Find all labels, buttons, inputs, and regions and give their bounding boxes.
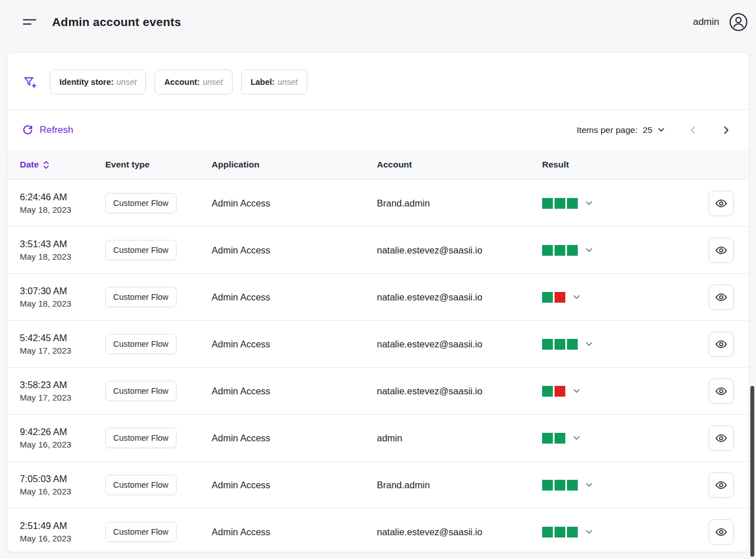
result-squares: [542, 386, 565, 397]
result-square-green: [567, 480, 578, 491]
table-row: 9:42:26 AM May 16, 2023 Customer Flow Ad…: [7, 415, 749, 462]
chevron-down-icon: [584, 198, 594, 208]
account-cell: natalie.estevez@saasii.io: [377, 245, 542, 256]
result-square-green: [542, 245, 553, 256]
refresh-button[interactable]: Refresh: [22, 124, 74, 136]
event-type-cell: Customer Flow: [105, 475, 212, 495]
username-label: admin: [693, 16, 719, 28]
result-square-green: [555, 433, 565, 444]
view-details-button[interactable]: [708, 519, 734, 545]
previous-page-button[interactable]: [685, 122, 701, 138]
filter-chip-account[interactable]: Account: unset: [154, 70, 232, 94]
expand-result-button[interactable]: [570, 291, 583, 303]
expand-result-button[interactable]: [583, 526, 595, 538]
application-cell: Admin Access: [212, 386, 377, 397]
top-bar: Admin account events admin: [0, 0, 756, 44]
expand-result-button[interactable]: [583, 244, 595, 256]
filter-chip-identity-store[interactable]: Identity store: unset: [50, 70, 146, 94]
page-title: Admin account events: [52, 15, 181, 29]
view-details-button[interactable]: [708, 425, 734, 451]
view-details-button[interactable]: [708, 379, 734, 404]
result-squares: [542, 198, 578, 209]
event-type-tag: Customer Flow: [105, 334, 177, 354]
result-square-green: [567, 198, 578, 209]
table-header: Date Event type Application Account Resu…: [7, 150, 749, 180]
column-header-result: Result: [542, 160, 698, 170]
avatar-button[interactable]: [729, 12, 748, 32]
event-date: May 16, 2023: [20, 440, 105, 449]
event-type-tag: Customer Flow: [105, 522, 177, 542]
column-header-date[interactable]: Date: [20, 160, 105, 170]
date-cell: 5:42:45 AM May 17, 2023: [20, 333, 105, 355]
menu-button[interactable]: [20, 15, 40, 29]
date-cell: 3:58:23 AM May 17, 2023: [20, 380, 105, 402]
result-cell: [542, 526, 698, 538]
view-details-button[interactable]: [708, 191, 734, 216]
expand-result-button[interactable]: [583, 479, 595, 491]
filter-lines-icon: [23, 17, 37, 27]
event-time: 2:51:49 AM: [20, 521, 105, 531]
result-squares: [542, 245, 578, 256]
view-details-button[interactable]: [708, 332, 734, 357]
table-row: 5:42:45 AM May 17, 2023 Customer Flow Ad…: [7, 321, 749, 368]
account-cell: natalie.estevez@saasii.io: [377, 292, 542, 303]
expand-result-button[interactable]: [583, 197, 595, 209]
account-cell: natalie.estevez@saasii.io: [377, 339, 542, 350]
event-type-cell: Customer Flow: [105, 287, 212, 307]
table-row: 2:51:49 AM May 16, 2023 Customer Flow Ad…: [7, 509, 749, 552]
expand-result-button[interactable]: [570, 432, 583, 444]
add-filter-button[interactable]: [21, 73, 39, 91]
view-details-button[interactable]: [708, 238, 734, 263]
admin-events-page: Admin account events admin: [0, 0, 756, 559]
filter-chip-label: Identity store:: [59, 78, 114, 87]
chevron-right-icon: [720, 124, 732, 136]
items-per-page-select[interactable]: Items per page: 25: [577, 125, 666, 135]
eye-icon: [715, 291, 728, 304]
eye-icon: [715, 432, 728, 445]
column-header-account: Account: [377, 160, 542, 170]
result-squares: [542, 292, 565, 303]
result-cell: [542, 385, 698, 397]
filter-chip-label[interactable]: Label: unset: [241, 70, 307, 94]
actions-cell: [698, 191, 749, 216]
event-type-cell: Customer Flow: [105, 240, 212, 260]
application-cell: Admin Access: [212, 527, 377, 538]
date-cell: 3:51:43 AM May 18, 2023: [20, 239, 105, 261]
result-cell: [542, 291, 698, 303]
application-cell: Admin Access: [212, 245, 377, 256]
actions-cell: [698, 285, 749, 310]
next-page-button[interactable]: [718, 122, 734, 138]
view-details-button[interactable]: [708, 285, 734, 310]
eye-icon: [715, 197, 728, 210]
scrollbar-thumb[interactable]: [750, 386, 754, 557]
result-square-green: [542, 198, 553, 209]
result-square-green: [542, 339, 553, 350]
table-row: 3:07:30 AM May 18, 2023 Customer Flow Ad…: [7, 274, 749, 321]
event-time: 3:07:30 AM: [20, 286, 105, 296]
result-square-green: [567, 527, 578, 538]
event-date: May 18, 2023: [20, 299, 105, 308]
chevron-down-icon: [572, 433, 582, 443]
events-card: Identity store: unset Account: unset Lab…: [7, 52, 749, 552]
result-cell: [542, 338, 698, 350]
expand-result-button[interactable]: [583, 338, 595, 350]
chevron-down-icon: [572, 386, 582, 396]
filter-section: Identity store: unset Account: unset Lab…: [7, 53, 749, 110]
chevron-down-icon: [584, 480, 594, 490]
result-square-green: [567, 339, 578, 350]
event-time: 7:05:03 AM: [20, 474, 105, 484]
event-time: 6:24:46 AM: [20, 192, 105, 203]
filter-chip-label: Account:: [164, 78, 200, 87]
view-details-button[interactable]: [708, 472, 734, 498]
event-date: May 17, 2023: [20, 346, 105, 355]
account-cell: Brand.admin: [377, 480, 542, 491]
chevron-down-icon: [572, 292, 582, 302]
date-cell: 2:51:49 AM May 16, 2023: [20, 521, 105, 543]
event-type-cell: Customer Flow: [105, 193, 212, 213]
result-square-green: [567, 245, 578, 256]
filter-chip-label: Label:: [251, 78, 275, 87]
date-cell: 9:42:26 AM May 16, 2023: [20, 427, 105, 449]
result-square-green: [555, 480, 565, 491]
application-cell: Admin Access: [212, 198, 377, 209]
expand-result-button[interactable]: [570, 385, 583, 397]
